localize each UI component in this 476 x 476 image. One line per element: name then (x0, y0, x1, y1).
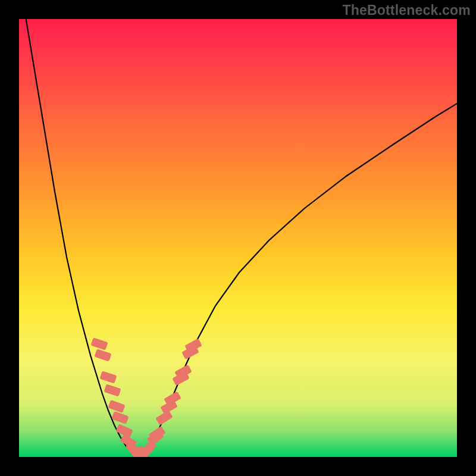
watermark-text: TheBottleneck.com (342, 2, 471, 18)
chart-frame: TheBottleneck.com (0, 0, 476, 476)
bottleneck-curve (19, 19, 457, 457)
plot-area (19, 19, 457, 457)
